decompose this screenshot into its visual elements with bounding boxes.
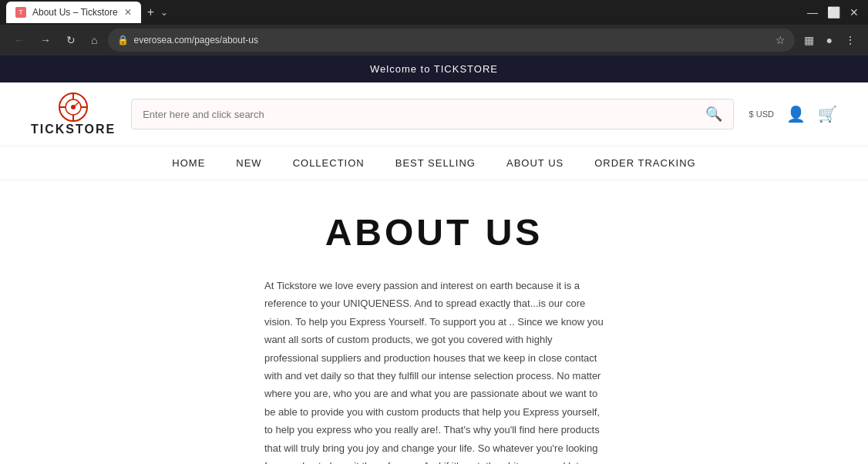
site-banner: Welcome to TICKSTORE [0, 55, 868, 82]
profile-button[interactable]: ● [823, 31, 836, 49]
active-tab[interactable]: T About Us – Tickstore ✕ [6, 2, 141, 23]
lock-icon: 🔒 [117, 35, 129, 45]
search-input[interactable] [143, 109, 698, 120]
nav-item-home[interactable]: HOME [172, 154, 205, 172]
tab-chevron-button[interactable]: ⌄ [160, 7, 168, 18]
page-content: ABOUT US At Tickstore we love every pass… [87, 180, 781, 464]
page-title: ABOUT US [103, 211, 765, 254]
nav-item-new[interactable]: NEW [236, 154, 261, 172]
refresh-button[interactable]: ↻ [62, 31, 80, 49]
nav-item-about-us[interactable]: ABOUT US [506, 154, 564, 172]
extensions-button[interactable]: ▦ [801, 31, 817, 49]
close-window-button[interactable]: ✕ [846, 3, 862, 22]
svg-line-7 [73, 103, 79, 107]
minimize-button[interactable]: — [804, 3, 821, 22]
window-controls: — ⬜ ✕ [804, 3, 862, 22]
tab-close-button[interactable]: ✕ [124, 7, 132, 18]
currency-selector[interactable]: $ USD [749, 109, 774, 119]
browser-toolbar: ← → ↻ ⌂ 🔒 everosea.com/pages/about-us ☆ … [0, 25, 868, 55]
bookmark-button[interactable]: ☆ [775, 34, 786, 46]
back-button[interactable]: ← [9, 31, 29, 49]
about-text: At Tickstore we love every passion and i… [264, 277, 604, 464]
nav-item-collection[interactable]: COLLECTION [293, 154, 365, 172]
search-bar[interactable]: 🔍 [131, 99, 733, 129]
main-nav: HOME NEW COLLECTION BEST SELLING ABOUT U… [0, 146, 868, 180]
logo-text: TICKSTORE [31, 123, 116, 136]
home-button[interactable]: ⌂ [86, 31, 102, 49]
address-bar[interactable]: 🔒 everosea.com/pages/about-us ☆ [108, 29, 794, 52]
browser-chrome: T About Us – Tickstore ✕ + ⌄ — ⬜ ✕ ← → ↻… [0, 0, 868, 55]
browser-action-buttons: ▦ ● ⋮ [801, 31, 859, 49]
logo[interactable]: TICKSTORE [31, 92, 116, 136]
forward-button[interactable]: → [35, 31, 56, 49]
site-header: TICKSTORE 🔍 $ USD 👤 🛒 [0, 82, 868, 146]
cart-button[interactable]: 🛒 [818, 105, 837, 123]
maximize-button[interactable]: ⬜ [824, 3, 843, 22]
nav-item-order-tracking[interactable]: ORDER TRACKING [594, 154, 696, 172]
settings-button[interactable]: ⋮ [842, 31, 859, 49]
banner-text: Welcome to TICKSTORE [370, 63, 498, 75]
nav-item-best-selling[interactable]: BEST SELLING [395, 154, 476, 172]
tab-favicon: T [15, 7, 26, 18]
header-icons: $ USD 👤 🛒 [749, 105, 837, 123]
new-tab-button[interactable]: + [144, 5, 157, 19]
tab-bar: T About Us – Tickstore ✕ + ⌄ — ⬜ ✕ [0, 0, 868, 25]
account-button[interactable]: 👤 [786, 105, 806, 123]
url-text: everosea.com/pages/about-us [133, 35, 770, 45]
tab-title: About Us – Tickstore [32, 7, 118, 18]
search-button[interactable]: 🔍 [705, 106, 722, 123]
logo-svg [54, 92, 93, 123]
